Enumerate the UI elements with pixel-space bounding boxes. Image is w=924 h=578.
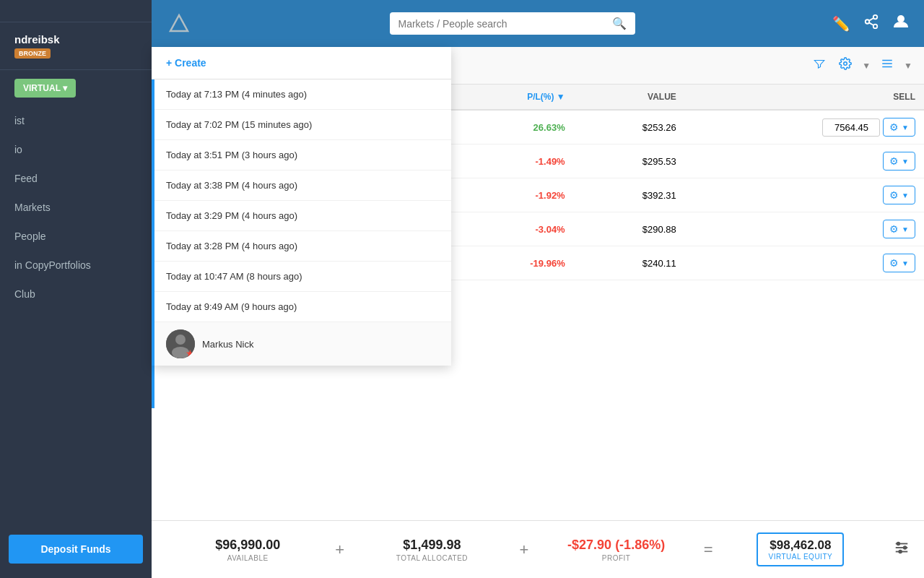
topbar-icons: ✏️ xyxy=(832,13,910,34)
gear-icon: ⚙ xyxy=(889,257,899,269)
footer-settings-icon[interactable] xyxy=(882,540,910,559)
settings-button[interactable] xyxy=(836,54,855,77)
col-header-sell: SELL xyxy=(685,85,924,110)
notification-item-4[interactable]: Today at 3:29 PM (4 hours ago) xyxy=(152,201,451,231)
person-name: Markus Nick xyxy=(202,339,254,350)
sidebar-item-copyportfolios[interactable]: in CopyPortfolios xyxy=(0,251,152,280)
gear-icon: ⚙ xyxy=(889,223,899,235)
svg-point-2 xyxy=(866,20,870,24)
sidebar-item-club[interactable]: Club xyxy=(0,280,152,309)
svg-point-18 xyxy=(904,546,907,549)
person-item[interactable]: ★ Markus Nick xyxy=(152,322,451,366)
sidebar-username: ndreibsk xyxy=(14,33,137,46)
avatar: ★ xyxy=(166,329,195,358)
topbar-logo-area xyxy=(166,11,192,37)
virtual-button[interactable]: VIRTUAL ▾ xyxy=(14,79,76,98)
search-box: 🔍 xyxy=(390,12,635,35)
filter-button[interactable] xyxy=(810,54,829,77)
cell-sell: ⚙ ▼ xyxy=(685,178,924,212)
allocated-value: $1,499.98 xyxy=(403,538,461,553)
share-icon[interactable] xyxy=(863,14,879,33)
cell-pl-pct: 26.63% xyxy=(454,110,574,144)
allocated-label: TOTAL ALLOCATED xyxy=(396,554,468,562)
search-icon: 🔍 xyxy=(612,17,627,30)
notification-item-7[interactable]: Today at 9:49 AM (9 hours ago) xyxy=(152,292,451,322)
svg-line-5 xyxy=(869,18,873,21)
sidebar-badge: BRONZE xyxy=(14,48,51,59)
svg-point-19 xyxy=(899,551,902,553)
footer-allocated: $1,499.98 TOTAL ALLOCATED xyxy=(350,538,513,562)
svg-point-3 xyxy=(873,25,878,28)
profit-label: PROFIT xyxy=(602,554,631,562)
cell-value: $392.31 xyxy=(574,178,685,212)
svg-point-7 xyxy=(844,62,847,66)
cell-pl-pct: -3.04% xyxy=(454,212,574,246)
col-header-value: VALUE xyxy=(574,85,685,110)
row-action-button[interactable]: ⚙ ▼ xyxy=(883,186,915,204)
notification-item-5[interactable]: Today at 3:28 PM (4 hours ago) xyxy=(152,231,451,262)
footer-profit: -$27.90 (-1.86%) PROFIT xyxy=(534,538,697,562)
profit-value: -$27.90 (-1.86%) xyxy=(567,538,665,553)
notification-item-2[interactable]: Today at 3:51 PM (3 hours ago) xyxy=(152,140,451,171)
cell-value: $295.53 xyxy=(574,144,685,178)
list-caret: ▼ xyxy=(904,61,912,71)
sidebar-logo xyxy=(0,0,152,22)
equity-value: $98,462.08 xyxy=(768,538,832,553)
equity-label: VIRTUAL EQUITY xyxy=(768,553,832,561)
sidebar-item-io[interactable]: io xyxy=(0,135,152,164)
plus-icon: + xyxy=(329,540,350,559)
svg-point-17 xyxy=(897,543,900,545)
equals-icon: = xyxy=(698,540,719,559)
list-view-button[interactable] xyxy=(878,54,897,77)
settings-caret: ▼ xyxy=(862,61,871,71)
footer-bar: $96,990.00 AVAILABLE + $1,499.98 TOTAL A… xyxy=(152,520,924,578)
cell-sell: ⚙ ▼ xyxy=(685,212,924,246)
notification-item-3[interactable]: Today at 3:38 PM (4 hours ago) xyxy=(152,171,451,201)
sell-input[interactable] xyxy=(822,118,880,137)
topbar: 🔍 ✏️ xyxy=(152,0,924,47)
sidebar-item-list[interactable]: ist xyxy=(0,106,152,135)
svg-point-6 xyxy=(897,15,905,22)
row-action-button[interactable]: ⚙ ▼ xyxy=(883,152,915,171)
cell-value: $290.88 xyxy=(574,212,685,246)
available-value: $96,990.00 xyxy=(215,538,280,553)
notification-item-1[interactable]: Today at 7:02 PM (15 minutes ago) xyxy=(152,110,451,140)
sidebar-item-people[interactable]: People xyxy=(0,222,152,251)
caret-icon: ▼ xyxy=(902,259,909,267)
search-container: 🔍 xyxy=(199,12,825,35)
svg-line-4 xyxy=(869,22,873,25)
sidebar-user: ndreibsk BRONZE xyxy=(0,22,152,70)
search-input[interactable] xyxy=(398,18,606,30)
create-button[interactable]: + Create xyxy=(152,47,451,79)
svg-point-12 xyxy=(175,335,186,345)
notification-item-0[interactable]: Today at 7:13 PM (4 minutes ago) xyxy=(152,79,451,110)
row-action-button[interactable]: ⚙ ▼ xyxy=(883,254,915,272)
cell-pl-pct: -1.92% xyxy=(454,178,574,212)
gear-icon: ⚙ xyxy=(889,189,899,201)
user-icon[interactable] xyxy=(892,13,910,34)
sidebar-item-markets[interactable]: Markets xyxy=(0,193,152,222)
notification-item-6[interactable]: Today at 10:47 AM (8 hours ago) xyxy=(152,262,451,292)
footer-available: $96,990.00 AVAILABLE xyxy=(166,538,329,562)
available-label: AVAILABLE xyxy=(227,554,269,562)
cell-pl-pct: -1.49% xyxy=(454,144,574,178)
cell-pl-pct: -19.96% xyxy=(454,246,574,280)
sidebar: ndreibsk BRONZE VIRTUAL ▾ ist io Feed Ma… xyxy=(0,0,152,578)
equity-box: $98,462.08 VIRTUAL EQUITY xyxy=(757,532,844,566)
col-header-pl-pct[interactable]: P/L(%) ▼ xyxy=(454,85,574,110)
deposit-funds-button[interactable]: Deposit Funds xyxy=(9,535,143,564)
edit-icon[interactable]: ✏️ xyxy=(832,15,850,33)
caret-icon: ▼ xyxy=(902,124,909,131)
cell-sell: ⚙ ▼ xyxy=(685,110,924,144)
sidebar-nav: ist io Feed Markets People in CopyPortfo… xyxy=(0,106,152,527)
sidebar-item-feed[interactable]: Feed xyxy=(0,164,152,193)
topbar-triangle-icon xyxy=(166,11,192,37)
caret-icon: ▼ xyxy=(902,158,909,165)
row-action-button[interactable]: ⚙ ▼ xyxy=(883,118,915,137)
cell-value: $240.11 xyxy=(574,246,685,280)
plus-icon-2: + xyxy=(514,540,535,559)
cell-sell: ⚙ ▼ xyxy=(685,246,924,280)
gear-icon: ⚙ xyxy=(889,155,899,167)
gear-icon: ⚙ xyxy=(889,121,899,133)
row-action-button[interactable]: ⚙ ▼ xyxy=(883,220,915,238)
